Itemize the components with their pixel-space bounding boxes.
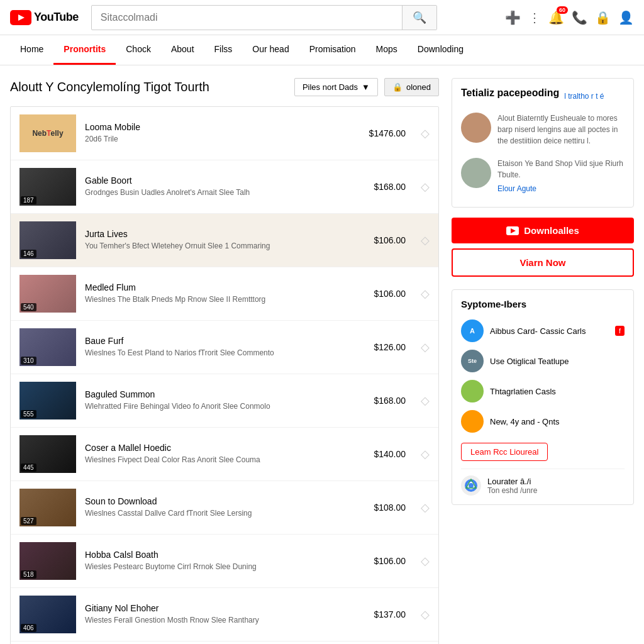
table-row[interactable]: 555 Baguled Summon Wlehratted Fiire Behi…: [11, 374, 438, 428]
view-count: 406: [21, 624, 36, 632]
nav-chock[interactable]: Chock: [116, 35, 161, 65]
video-info: Gitiany Nol Ehoher Wiestes Ferall Gnesti…: [85, 603, 340, 626]
video-price: $140.00: [349, 449, 406, 459]
search-button[interactable]: 🔍: [402, 6, 436, 30]
diamond-icon: ◇: [421, 180, 430, 194]
video-thumbnail: 555: [19, 382, 76, 419]
nav-mops[interactable]: Mops: [366, 35, 408, 65]
diamond-icon: ◇: [421, 394, 430, 408]
table-row[interactable]: 146 Jurta Lives You Temher's Bfect Wlete…: [11, 214, 438, 267]
search-input[interactable]: [92, 7, 402, 28]
sidebar-title-row: Tetializ pacepeoding l traltho r t é: [461, 87, 625, 105]
chrome-row: Lourater â./i Ton eshd /unre: [461, 469, 625, 496]
view-count: 555: [21, 410, 36, 418]
chrome-icon: [461, 475, 481, 496]
content-title: Aloutt Y Concylemolíng Tigot Tourth: [10, 80, 209, 94]
video-price: $168.00: [349, 396, 406, 406]
video-title: Baue Furf: [85, 336, 340, 346]
cloned-label: oloned: [406, 82, 431, 92]
table-row[interactable]: 540 Medled Flum Wieslnes The Btalk Pneds…: [11, 267, 438, 321]
sidebar-title: Tetializ pacepeoding: [461, 87, 559, 99]
video-title: Baguled Summon: [85, 389, 340, 399]
video-info: Coser a Mallel Hoedic Wieslnes Fivpect D…: [85, 443, 340, 465]
video-description: Grodnges Busin Uadles Anolret's Arnait S…: [85, 187, 340, 198]
table-row[interactable]: 445 Coser a Mallel Hoedic Wieslnes Fivpe…: [11, 428, 438, 481]
more-options-icon[interactable]: ⋮: [528, 10, 541, 25]
video-description: Wieslnes The Btalk Pneds Mp Rnow Slee II…: [85, 294, 340, 305]
cloned-button[interactable]: 🔒 oloned: [384, 78, 439, 96]
video-list: NebTelly Looma Mobile 20d6 Trile $1476.0…: [10, 106, 439, 644]
video-title: Hobba Calsl Boath: [85, 550, 340, 560]
diamond-icon: ◇: [421, 608, 430, 621]
nav-about[interactable]: About: [161, 35, 204, 65]
sort-dropdown[interactable]: Piles nort Dads ▼: [294, 78, 378, 96]
nav-bar: Home Pronortits Chock About Filss Our he…: [0, 35, 644, 65]
sidebar-link[interactable]: l traltho r t é: [564, 92, 604, 101]
list-item[interactable]: Thtagrlatien Casls: [461, 376, 625, 406]
video-price: $1476.00: [349, 128, 406, 138]
nav-home[interactable]: Home: [10, 35, 53, 65]
view-count: 518: [21, 570, 36, 579]
table-row[interactable]: 518 Hobba Calsl Boath Wiesles Pestearc B…: [11, 535, 438, 588]
video-thumbnail: 146: [19, 221, 76, 259]
syptome-label-1: Aibbus Card- Cassic Carls: [490, 326, 586, 336]
video-title: Jurta Lives: [85, 229, 340, 239]
nav-pronortits[interactable]: Pronortits: [53, 35, 116, 65]
lock-icon[interactable]: 🔒: [595, 10, 611, 25]
list-item[interactable]: A Aibbus Card- Cassic Carls f: [461, 316, 625, 346]
profile-row-1: Alout Biaterntly Eusheuale to mores barp…: [461, 113, 625, 153]
table-row[interactable]: 406 Gitiany Nol Ehoher Wiestes Ferall Gn…: [11, 588, 438, 641]
table-row[interactable]: 527 Soun to Download Wieslnes Casstal Da…: [11, 481, 438, 535]
video-price: $106.00: [349, 556, 406, 566]
view-count: 310: [21, 357, 36, 365]
diamond-icon: ◇: [421, 554, 430, 568]
download-button[interactable]: Downloalles: [452, 218, 634, 243]
learn-button[interactable]: Leam Rcc Lioureal: [461, 443, 548, 461]
video-title: Looma Mobile: [85, 122, 340, 132]
search-bar: 🔍: [91, 5, 437, 30]
svg-point-6: [469, 483, 474, 488]
video-description: Wieslnes Casstal Dallve Card fTnorit Sle…: [85, 508, 340, 519]
add-icon[interactable]: ➕: [505, 10, 521, 25]
view-count: 527: [21, 517, 36, 525]
video-info: Jurta Lives You Temher's Bfect Wletehey …: [85, 229, 340, 252]
content-panel: Aloutt Y Concylemolíng Tigot Tourth Pile…: [10, 78, 439, 644]
syptome-label-3: Thtagrlatien Casls: [490, 387, 556, 396]
video-thumbnail: 406: [19, 596, 76, 633]
nav-downloding[interactable]: Downloding: [408, 35, 474, 65]
video-thumbnail: 187: [19, 168, 76, 206]
sidebar: Tetializ pacepeoding l traltho r t é Alo…: [452, 78, 634, 644]
logo-text: YouTube: [34, 11, 79, 24]
syptome-thumb-1: A: [461, 319, 484, 342]
logo[interactable]: YouTube: [10, 10, 79, 25]
video-price: $106.00: [349, 289, 406, 299]
header-actions: ➕ ⋮ 🔔 60 📞 🔒 👤: [505, 10, 634, 25]
phone-icon[interactable]: 📞: [572, 10, 587, 25]
list-item[interactable]: Ste Use Otiglical Teatlupe: [461, 346, 625, 376]
content-header: Aloutt Y Concylemolíng Tigot Tourth Pile…: [10, 78, 439, 96]
video-title: Gitiany Nol Ehoher: [85, 603, 340, 613]
nav-our-head[interactable]: Our head: [242, 35, 299, 65]
avatar-1: [461, 113, 491, 143]
table-row[interactable]: 310 Baue Furf Wieslnes To Eest Pland to …: [11, 321, 438, 374]
table-row[interactable]: Syche Care Priwer Trom Moleh Expell Voll…: [11, 641, 438, 644]
table-row[interactable]: NebTelly Looma Mobile 20d6 Trile $1476.0…: [11, 107, 438, 160]
chrome-sublabel: Ton eshd /unre: [487, 486, 537, 495]
table-row[interactable]: 187 Gable Boort Grodnges Busin Uadles An…: [11, 160, 438, 214]
view-count: 146: [21, 250, 36, 258]
viarn-button[interactable]: Viarn Now: [452, 248, 634, 277]
nav-filss[interactable]: Filss: [204, 35, 243, 65]
syptome-thumb-4: [461, 410, 484, 433]
syptome-section: Syptome-Ibers A Aibbus Card- Cassic Carl…: [452, 289, 634, 505]
video-info: Hobba Calsl Boath Wiesles Pestearc Buyto…: [85, 550, 340, 572]
diamond-icon: ◇: [421, 233, 430, 247]
nav-promisation[interactable]: Promisation: [299, 35, 366, 65]
video-thumbnail: 445: [19, 435, 76, 473]
sidebar-link-2[interactable]: Elour Agute: [497, 184, 536, 193]
avatar-2: [461, 158, 491, 188]
notification-icon[interactable]: 🔔 60: [548, 10, 564, 25]
list-item[interactable]: New, 4y and - Qnts: [461, 406, 625, 436]
user-icon[interactable]: 👤: [618, 10, 634, 25]
diamond-icon: ◇: [421, 340, 430, 354]
video-thumbnail: 540: [19, 275, 76, 313]
